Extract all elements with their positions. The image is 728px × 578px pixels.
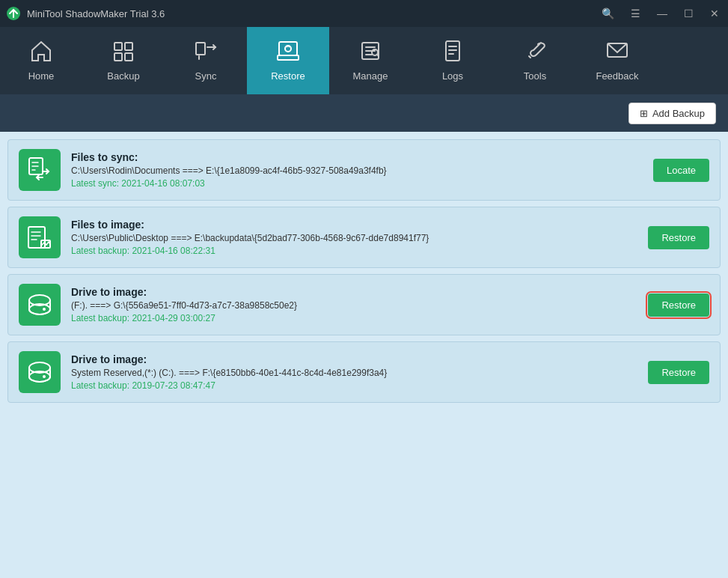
- backup-path-item3: (F:). ===> G:\{556a9e51-7ff0-4d73-a7c7-3…: [71, 300, 637, 311]
- title-bar: MiniTool ShadowMaker Trial 3.6 🔍 ☰ — ☐ ✕: [0, 0, 728, 27]
- backup-latest-item1: Latest sync: 2021-04-16 08:07:03: [71, 178, 643, 189]
- backup-latest-item3: Latest backup: 2021-04-29 03:00:27: [71, 313, 637, 323]
- backup-title-item4: Drive to image:: [71, 353, 637, 365]
- feedback-icon: [605, 40, 629, 66]
- backup-item-item2: Files to image:C:\Users\Public\Desktop =…: [7, 207, 721, 268]
- title-left: MiniTool ShadowMaker Trial 3.6: [6, 6, 165, 21]
- toolbar: ⊞ Add Backup: [0, 94, 728, 132]
- backup-title-item2: Files to image:: [71, 219, 637, 231]
- nav-item-logs[interactable]: Logs: [412, 27, 494, 94]
- backup-latest-item2: Latest backup: 2021-04-16 08:22:31: [71, 246, 637, 256]
- sync-icon: [194, 40, 218, 66]
- backup-icon-drive-to-image: [19, 284, 61, 326]
- svg-rect-7: [278, 55, 299, 60]
- svg-point-21: [43, 375, 46, 378]
- svg-rect-6: [279, 42, 297, 55]
- backup-icon-drive-to-image: [19, 351, 61, 393]
- svg-rect-2: [125, 43, 132, 50]
- backup-action-item4[interactable]: Restore: [648, 361, 709, 384]
- backup-item-item4: Drive to image:System Reserved,(*:) (C:)…: [7, 341, 721, 403]
- nav-item-sync[interactable]: Sync: [165, 27, 247, 94]
- logs-icon: [441, 40, 465, 66]
- backup-path-item1: C:\Users\Rodin\Documents ===> E:\{1e1a80…: [71, 165, 643, 176]
- title-controls: 🔍 ☰ — ☐ ✕: [599, 6, 722, 21]
- backup-latest-item4: Latest backup: 2019-07-23 08:47:47: [71, 380, 637, 391]
- tools-icon: [523, 40, 547, 66]
- sync-label: Sync: [195, 70, 217, 82]
- nav-item-feedback[interactable]: Feedback: [576, 27, 658, 94]
- backup-title-item1: Files to sync:: [71, 151, 643, 163]
- app-logo: [6, 6, 21, 21]
- minimize-button[interactable]: —: [654, 6, 670, 21]
- svg-rect-5: [196, 43, 205, 55]
- backup-action-item2[interactable]: Restore: [648, 226, 709, 249]
- add-backup-label: Add Backup: [652, 108, 705, 119]
- restore-icon: [276, 40, 300, 66]
- menu-button[interactable]: ☰: [628, 6, 643, 21]
- tools-label: Tools: [524, 70, 546, 82]
- svg-point-18: [43, 308, 46, 311]
- nav-item-backup[interactable]: Backup: [82, 27, 165, 94]
- svg-point-8: [285, 46, 291, 52]
- backup-details-item4: Drive to image:System Reserved,(*:) (C:)…: [71, 353, 637, 391]
- home-label: Home: [28, 70, 55, 82]
- backup-details-item3: Drive to image:(F:). ===> G:\{556a9e51-7…: [71, 286, 637, 323]
- backup-label: Backup: [107, 70, 139, 82]
- home-icon: [29, 40, 53, 66]
- manage-label: Manage: [353, 70, 388, 82]
- add-backup-button[interactable]: ⊞ Add Backup: [628, 103, 716, 124]
- logs-label: Logs: [442, 70, 463, 82]
- backup-title-item3: Drive to image:: [71, 286, 637, 298]
- add-backup-icon: ⊞: [640, 108, 648, 119]
- nav-item-restore[interactable]: Restore: [247, 27, 329, 94]
- backup-path-item4: System Reserved,(*:) (C:). ===> F:\{e815…: [71, 368, 637, 378]
- svg-rect-1: [114, 43, 122, 50]
- manage-icon: [358, 40, 382, 66]
- backup-action-item1[interactable]: Locate: [653, 159, 709, 182]
- feedback-label: Feedback: [596, 70, 638, 82]
- backup-item-item1: Files to sync:C:\Users\Rodin\Documents =…: [7, 139, 721, 201]
- nav-bar: Home Backup Sync Restore Manage Logs: [0, 27, 728, 94]
- svg-rect-3: [114, 53, 122, 61]
- maximize-button[interactable]: ☐: [681, 6, 697, 21]
- backup-item-item3: Drive to image:(F:). ===> G:\{556a9e51-7…: [7, 274, 721, 335]
- search-button[interactable]: 🔍: [599, 6, 617, 21]
- nav-item-tools[interactable]: Tools: [494, 27, 576, 94]
- backup-details-item2: Files to image:C:\Users\Public\Desktop =…: [71, 219, 637, 256]
- backup-path-item2: C:\Users\Public\Desktop ===> E:\backupda…: [71, 233, 637, 243]
- backup-icon: [111, 40, 135, 66]
- restore-label: Restore: [271, 70, 305, 82]
- close-button[interactable]: ✕: [707, 6, 722, 21]
- content-area: Files to sync:C:\Users\Rodin\Documents =…: [0, 132, 728, 578]
- svg-rect-4: [125, 53, 132, 61]
- backup-action-item3[interactable]: Restore: [648, 293, 709, 317]
- nav-item-manage[interactable]: Manage: [329, 27, 412, 94]
- backup-icon-files-to-image: [19, 216, 61, 258]
- nav-item-home[interactable]: Home: [0, 27, 82, 94]
- backup-icon-files-to-sync: [19, 149, 61, 191]
- backup-details-item1: Files to sync:C:\Users\Rodin\Documents =…: [71, 151, 643, 189]
- app-title: MiniTool ShadowMaker Trial 3.6: [27, 8, 165, 19]
